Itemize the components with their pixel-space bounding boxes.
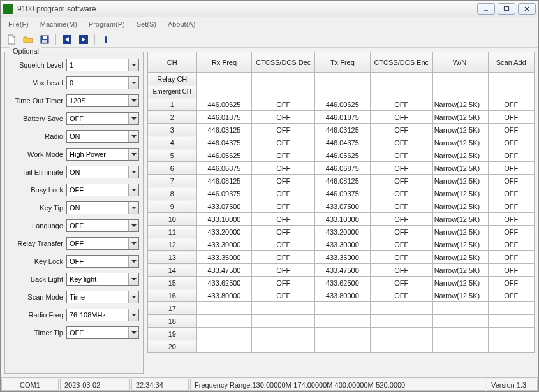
cell-wn[interactable]: Narrow(12.5K) (432, 162, 488, 175)
cell-tx[interactable]: 433.07500 (314, 200, 370, 213)
cell-wn[interactable] (432, 328, 488, 340)
cell-tx[interactable]: 433.35000 (314, 251, 370, 264)
cell-scan[interactable]: OFF (488, 251, 534, 264)
cell-wn[interactable]: Narrow(12.5K) (432, 238, 488, 251)
cell-scan[interactable]: OFF (488, 111, 534, 124)
battery-save-select[interactable]: OFF (66, 112, 139, 125)
cell-tx[interactable]: 433.30000 (314, 238, 370, 251)
cell-wn[interactable]: Narrow(12.5K) (432, 251, 488, 264)
menu-machine[interactable]: Machine(M) (35, 19, 82, 29)
cell-rx[interactable]: 433.80000 (196, 289, 252, 302)
cell-dec[interactable]: OFF (252, 98, 314, 111)
cell-tx[interactable]: 446.04375 (314, 136, 370, 149)
cell-scan[interactable] (488, 340, 534, 353)
cell-rx[interactable] (196, 340, 252, 353)
cell-scan[interactable]: OFF (488, 136, 534, 149)
save-button[interactable] (38, 33, 52, 47)
work-mode-select[interactable]: High Power (66, 148, 139, 161)
cell-dec[interactable] (252, 340, 314, 353)
cell-dec[interactable]: OFF (252, 226, 314, 238)
cell-tx[interactable]: 446.01875 (314, 111, 370, 124)
cell-tx[interactable] (314, 302, 370, 315)
cell-dec[interactable] (252, 302, 314, 315)
table-row[interactable]: 7446.08125OFF446.08125OFFNarrow(12.5K)OF… (148, 175, 535, 187)
cell-tx[interactable]: 446.05625 (314, 149, 370, 162)
menu-set[interactable]: Set(S) (131, 19, 161, 29)
cell-scan[interactable] (488, 315, 534, 328)
col-ch[interactable]: CH (148, 52, 197, 73)
table-row[interactable]: 3446.03125OFF446.03125OFFNarrow(12.5K)OF… (148, 124, 535, 136)
cell-enc[interactable]: OFF (370, 149, 432, 162)
cell-dec[interactable]: OFF (252, 149, 314, 162)
cell-enc[interactable]: OFF (370, 124, 432, 136)
cell-rx[interactable]: 446.05625 (196, 149, 252, 162)
close-button[interactable] (518, 3, 536, 15)
timer-tip-select[interactable]: OFF (66, 326, 139, 339)
menu-about[interactable]: About(A) (163, 19, 200, 29)
cell-dec[interactable] (252, 315, 314, 328)
cell-rx[interactable]: 433.07500 (196, 200, 252, 213)
cell-scan[interactable]: OFF (488, 226, 534, 238)
cell-enc[interactable]: OFF (370, 238, 432, 251)
cell-scan[interactable]: OFF (488, 238, 534, 251)
tail-eliminate-select[interactable]: ON (66, 166, 139, 178)
cell-rx[interactable]: 433.10000 (196, 213, 252, 226)
cell-wn[interactable] (432, 302, 488, 315)
table-row[interactable]: 14433.47500OFF433.47500OFFNarrow(12.5K)O… (148, 264, 535, 277)
table-row[interactable]: 16433.80000OFF433.80000OFFNarrow(12.5K)O… (148, 289, 535, 302)
cell-wn[interactable]: Narrow(12.5K) (432, 213, 488, 226)
cell-enc[interactable]: OFF (370, 111, 432, 124)
cell-wn[interactable]: Narrow(12.5K) (432, 277, 488, 289)
cell-scan[interactable]: OFF (488, 200, 534, 213)
table-row[interactable]: 15433.62500OFF433.62500OFFNarrow(12.5K)O… (148, 277, 535, 289)
cell-wn[interactable]: Narrow(12.5K) (432, 136, 488, 149)
table-row[interactable]: 1446.00625OFF446.00625OFFNarrow(12.5K)OF… (148, 98, 535, 111)
read-device-button[interactable] (60, 33, 74, 47)
cell-rx[interactable]: 446.01875 (196, 111, 252, 124)
cell-wn[interactable]: Narrow(12.5K) (432, 149, 488, 162)
cell-enc[interactable]: OFF (370, 187, 432, 200)
table-row[interactable]: 19 (148, 328, 535, 340)
cell-enc[interactable] (370, 328, 432, 340)
cell-tx[interactable]: 446.03125 (314, 124, 370, 136)
cell-enc[interactable] (370, 340, 432, 353)
cell-enc[interactable] (370, 315, 432, 328)
cell-rx[interactable]: 433.35000 (196, 251, 252, 264)
cell-scan[interactable]: OFF (488, 98, 534, 111)
cell-scan[interactable] (488, 302, 534, 315)
cell-rx[interactable]: 446.00625 (196, 98, 252, 111)
cell-tx[interactable] (314, 328, 370, 340)
menu-program[interactable]: Program(P) (84, 19, 130, 29)
col-enc[interactable]: CTCSS/DCS Enc (370, 52, 432, 73)
cell-scan[interactable]: OFF (488, 277, 534, 289)
cell-tx[interactable]: 433.10000 (314, 213, 370, 226)
cell-dec[interactable]: OFF (252, 111, 314, 124)
new-file-button[interactable] (4, 33, 18, 47)
cell-dec[interactable]: OFF (252, 264, 314, 277)
cell-tx[interactable]: 433.47500 (314, 264, 370, 277)
cell-dec[interactable]: OFF (252, 200, 314, 213)
cell-enc[interactable]: OFF (370, 289, 432, 302)
cell-scan[interactable]: OFF (488, 162, 534, 175)
table-row[interactable]: 13433.35000OFF433.35000OFFNarrow(12.5K)O… (148, 251, 535, 264)
maximize-button[interactable] (498, 3, 515, 15)
language-select[interactable]: OFF (66, 219, 139, 232)
cell-scan[interactable]: OFF (488, 124, 534, 136)
back-light-select[interactable]: Key light (66, 273, 139, 286)
cell-scan[interactable]: OFF (488, 264, 534, 277)
col-wn[interactable]: W/N (432, 52, 488, 73)
vox-level-select[interactable]: 0 (66, 76, 139, 89)
info-button[interactable]: i (99, 33, 113, 47)
cell-dec[interactable]: OFF (252, 277, 314, 289)
cell-enc[interactable] (370, 302, 432, 315)
write-device-button[interactable] (77, 33, 91, 47)
cell-dec[interactable]: OFF (252, 175, 314, 187)
cell-rx[interactable]: 433.62500 (196, 277, 252, 289)
radio-select[interactable]: ON (66, 130, 139, 143)
table-row[interactable]: 6446.06875OFF446.06875OFFNarrow(12.5K)OF… (148, 162, 535, 175)
cell-tx[interactable]: 446.06875 (314, 162, 370, 175)
cell-scan[interactable] (488, 328, 534, 340)
table-row[interactable]: 9433.07500OFF433.07500OFFNarrow(12.5K)OF… (148, 200, 535, 213)
squelch-level-select[interactable]: 1 (66, 59, 139, 71)
table-row[interactable]: 4446.04375OFF446.04375OFFNarrow(12.5K)OF… (148, 136, 535, 149)
